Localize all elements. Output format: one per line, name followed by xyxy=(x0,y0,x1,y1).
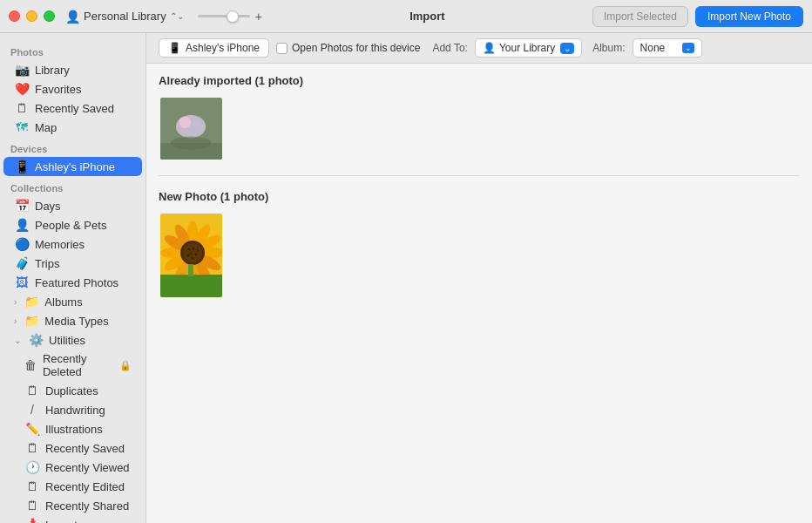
sidebar-item-duplicates[interactable]: 🗒 Duplicates xyxy=(3,381,142,400)
sidebar-item-recently-deleted[interactable]: 🗑 Recently Deleted 🔒 xyxy=(3,350,142,381)
recently-shared-icon: 🗒 xyxy=(24,499,40,513)
svg-point-2 xyxy=(179,117,191,128)
sidebar-item-label: Featured Photos xyxy=(35,276,118,289)
sidebar-item-label: Days xyxy=(35,200,61,213)
add-to-label: Add To: xyxy=(432,42,467,54)
fullscreen-button[interactable] xyxy=(44,10,55,22)
sidebar-item-label: Map xyxy=(35,121,57,134)
already-imported-heading: Already imported (1 photo) xyxy=(159,74,800,87)
handwriting-icon: / xyxy=(24,403,40,417)
album-value: None xyxy=(640,42,666,54)
sidebar-item-people-pets[interactable]: 👤 People & Pets xyxy=(3,215,142,234)
sidebar-item-handwriting[interactable]: / Handwriting xyxy=(3,400,142,419)
sidebar-item-recently-saved-util[interactable]: 🗒 Recently Saved xyxy=(3,438,142,458)
utilities-expand-arrow: ⌄ xyxy=(14,336,21,345)
device-tab[interactable]: 📱 Ashley's iPhone xyxy=(159,38,269,58)
sidebar-item-label: Media Types xyxy=(44,315,108,328)
library-icon: 📷 xyxy=(14,63,30,77)
sidebar-item-label: Ashley's iPhone xyxy=(35,160,115,173)
duplicates-icon: 🗒 xyxy=(24,384,40,397)
favorites-icon: ❤️ xyxy=(14,82,30,96)
sidebar-item-media-types[interactable]: › 📁 Media Types xyxy=(3,311,142,330)
sidebar-item-utilities-expandable[interactable]: ⌄ ⚙️ Utilities xyxy=(3,330,142,350)
sidebar-item-trips[interactable]: 🧳 Trips xyxy=(3,254,142,273)
recently-deleted-icon: 🗑 xyxy=(24,358,37,372)
album-dropdown[interactable]: None ⌄ xyxy=(633,38,702,58)
content-area: 📱 Ashley's iPhone Open Photos for this d… xyxy=(146,33,812,523)
new-photo-1[interactable] xyxy=(159,212,224,299)
recently-saved-util-icon: 🗒 xyxy=(24,441,40,455)
minimize-button[interactable] xyxy=(26,10,37,22)
open-photos-option[interactable]: Open Photos for this device xyxy=(276,42,420,54)
library-dropdown-button[interactable]: ⌄ xyxy=(560,43,574,54)
sidebar-item-illustrations[interactable]: ✏️ Illustrations xyxy=(3,419,142,438)
imports-icon: 📥 xyxy=(24,518,40,523)
sidebar-item-featured[interactable]: 🖼 Featured Photos xyxy=(3,273,142,292)
person-icon: 👤 xyxy=(65,10,80,24)
device-tab-label: Ashley's iPhone xyxy=(186,42,260,54)
photos-content: Already imported (1 photo) New Photo (1 … xyxy=(146,64,812,523)
svg-rect-29 xyxy=(188,264,193,276)
svg-point-5 xyxy=(170,136,211,149)
trips-icon: 🧳 xyxy=(14,256,30,270)
lock-icon: 🔒 xyxy=(119,360,132,371)
section-label-devices: Devices xyxy=(0,137,145,157)
sidebar-item-label: Recently Saved xyxy=(45,442,125,455)
sidebar-item-label: Recently Edited xyxy=(45,480,125,493)
iphone-icon: 📱 xyxy=(14,160,30,173)
open-photos-checkbox[interactable] xyxy=(276,43,288,54)
sidebar-item-label: Library xyxy=(35,64,70,77)
sidebar-item-days[interactable]: 📅 Days xyxy=(3,196,142,215)
svg-point-22 xyxy=(193,248,195,250)
albums-expand-arrow: › xyxy=(14,297,17,307)
slider-thumb[interactable] xyxy=(227,10,239,23)
sidebar-item-imports[interactable]: 📥 Imports xyxy=(3,515,142,523)
sidebar-item-label: Duplicates xyxy=(45,384,98,397)
sidebar-item-label: Imports xyxy=(45,519,83,524)
zoom-plus-icon[interactable]: + xyxy=(255,10,262,24)
album-dropdown-arrow[interactable]: ⌄ xyxy=(682,43,694,53)
sidebar-item-recently-edited[interactable]: 🗒 Recently Edited xyxy=(3,477,142,496)
import-new-photo-button[interactable]: Import New Photo xyxy=(695,6,803,27)
device-tab-icon: 📱 xyxy=(168,42,181,54)
media-types-expand-arrow: › xyxy=(14,316,17,326)
svg-point-3 xyxy=(193,120,200,128)
sidebar-item-label: Handwriting xyxy=(45,404,105,417)
sidebar-item-label: Favorites xyxy=(35,83,81,96)
sidebar-item-iphone[interactable]: 📱 Ashley's iPhone xyxy=(3,157,142,176)
sidebar-item-favorites[interactable]: ❤️ Favorites xyxy=(3,79,142,98)
sidebar-item-map[interactable]: 🗺 Map xyxy=(3,118,142,137)
close-button[interactable] xyxy=(9,10,20,22)
svg-point-25 xyxy=(195,254,198,256)
sidebar-item-recently-saved[interactable]: 🗒 Recently Saved xyxy=(3,98,142,118)
import-selected-button[interactable]: Import Selected xyxy=(592,6,688,27)
traffic-lights xyxy=(9,10,55,22)
sidebar-item-memories[interactable]: 🔵 Memories xyxy=(3,234,142,254)
already-imported-photo-1[interactable] xyxy=(159,96,224,161)
sidebar-item-albums[interactable]: › 📁 Albums xyxy=(3,292,142,311)
recently-edited-icon: 🗒 xyxy=(24,479,40,493)
sidebar-item-recently-viewed[interactable]: 🕐 Recently Viewed xyxy=(3,458,142,477)
sidebar-item-label: Recently Saved xyxy=(35,102,114,115)
sidebar-item-label: Trips xyxy=(35,257,59,270)
library-dropdown[interactable]: 👤 Your Library ⌄ xyxy=(475,38,582,58)
zoom-slider[interactable]: + xyxy=(198,10,262,24)
slider-track xyxy=(198,15,250,17)
sidebar-item-library[interactable]: 📷 Library xyxy=(3,60,142,79)
people-pets-icon: 👤 xyxy=(14,218,30,232)
svg-point-1 xyxy=(176,115,206,139)
svg-point-20 xyxy=(183,243,202,262)
featured-icon: 🖼 xyxy=(14,275,30,289)
days-icon: 📅 xyxy=(14,199,30,213)
sidebar-item-label: Illustrations xyxy=(45,423,103,436)
album-label: Album: xyxy=(592,42,625,54)
title-bar: 👤 Personal Library ⌃⌄ + Import Import Se… xyxy=(0,0,812,33)
library-selector[interactable]: 👤 Personal Library ⌃⌄ xyxy=(65,10,184,24)
sidebar-item-label: Albums xyxy=(44,295,82,309)
open-photos-label: Open Photos for this device xyxy=(292,42,420,54)
window-title: Import xyxy=(262,10,592,23)
library-dropdown-arrow: ⌃⌄ xyxy=(170,11,184,21)
sidebar-item-recently-shared[interactable]: 🗒 Recently Shared xyxy=(3,496,142,515)
section-label-collections: Collections xyxy=(0,176,145,196)
svg-point-27 xyxy=(187,255,190,257)
